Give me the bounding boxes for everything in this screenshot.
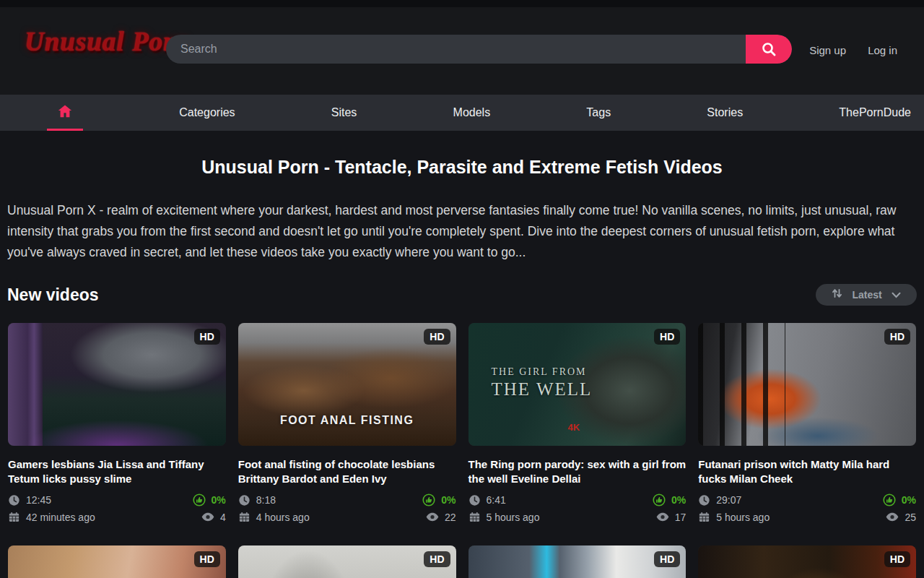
video-duration: 6:41 bbox=[468, 494, 506, 506]
video-thumbnail[interactable]: HD bbox=[238, 545, 456, 578]
eye-icon bbox=[886, 512, 899, 522]
hd-badge: HD bbox=[194, 551, 220, 567]
clock-icon bbox=[468, 494, 481, 506]
video-thumbnail[interactable]: HD bbox=[8, 545, 226, 578]
sort-label: Latest bbox=[852, 289, 881, 301]
video-card[interactable]: HD Futanari prison witch Matty Mila hard… bbox=[698, 323, 916, 523]
video-age: 5 hours ago bbox=[698, 511, 770, 523]
thumbs-up-icon bbox=[193, 493, 206, 506]
video-views: 22 bbox=[426, 512, 456, 523]
video-card[interactable]: THE GIRL FROM THE WELL 4K HD The Ring po… bbox=[468, 323, 687, 523]
video-duration: 29:07 bbox=[698, 494, 741, 506]
video-thumbnail[interactable]: HD bbox=[468, 545, 687, 578]
video-thumbnail[interactable]: HD bbox=[698, 545, 916, 578]
nav-item-stories[interactable]: Stories bbox=[707, 106, 743, 119]
calendar-icon bbox=[698, 511, 710, 523]
video-duration: 8:18 bbox=[238, 494, 276, 506]
signup-link[interactable]: Sign up bbox=[809, 44, 846, 56]
thumbnail-image bbox=[698, 323, 916, 446]
section-title: New videos bbox=[7, 285, 99, 305]
hd-badge: HD bbox=[424, 329, 450, 345]
video-rating: 0% bbox=[653, 493, 686, 506]
thumbs-up-icon bbox=[883, 493, 896, 506]
video-title[interactable]: Gamers lesbians Jia Lissa and Tiffany Te… bbox=[8, 457, 226, 486]
nav-item-models[interactable]: Models bbox=[453, 106, 491, 119]
thumbnail-image bbox=[468, 545, 687, 578]
video-card[interactable]: HD bbox=[468, 545, 687, 578]
thumbs-up-icon bbox=[653, 493, 666, 506]
video-card[interactable]: HD Gamers lesbians Jia Lissa and Tiffany… bbox=[8, 323, 226, 523]
video-rating: 0% bbox=[883, 493, 916, 506]
thumbnail-4k-label: 4K bbox=[568, 422, 580, 433]
eye-icon bbox=[656, 512, 669, 522]
video-rating: 0% bbox=[422, 493, 456, 506]
video-views: 17 bbox=[656, 512, 687, 523]
nav-item-categories[interactable]: Categories bbox=[179, 106, 235, 119]
video-age: 42 minutes ago bbox=[8, 511, 95, 523]
nav-item-tags[interactable]: Tags bbox=[586, 106, 611, 119]
video-thumbnail[interactable]: THE GIRL FROM THE WELL 4K HD bbox=[468, 323, 687, 446]
eye-icon bbox=[201, 512, 214, 522]
thumbnail-image bbox=[8, 323, 226, 446]
site-logo[interactable]: Unusual Porn bbox=[25, 26, 190, 57]
video-title[interactable]: Futanari prison witch Matty Mila hard fu… bbox=[698, 457, 916, 486]
nav-home[interactable] bbox=[47, 95, 83, 131]
hd-badge: HD bbox=[884, 329, 910, 345]
video-thumbnail[interactable]: FOOT ANAL FISTING HD bbox=[238, 323, 456, 446]
video-card[interactable]: HD bbox=[8, 545, 226, 578]
video-views: 25 bbox=[886, 512, 916, 523]
login-link[interactable]: Log in bbox=[868, 44, 897, 56]
thumbnail-caption: FOOT ANAL FISTING bbox=[238, 414, 456, 427]
video-thumbnail[interactable]: HD bbox=[698, 323, 916, 446]
video-card[interactable]: HD bbox=[238, 545, 456, 578]
sort-icon bbox=[832, 288, 842, 302]
eye-icon bbox=[426, 512, 439, 522]
search-bar bbox=[166, 35, 792, 64]
hd-badge: HD bbox=[884, 551, 910, 567]
video-title[interactable]: The Ring porn parody: sex with a girl fr… bbox=[468, 457, 687, 486]
video-age: 5 hours ago bbox=[468, 511, 540, 523]
calendar-icon bbox=[468, 511, 481, 523]
clock-icon bbox=[8, 494, 20, 506]
nav-item-sites[interactable]: Sites bbox=[331, 106, 357, 119]
home-icon bbox=[57, 103, 73, 122]
site-header: Unusual Porn Sign up Log in bbox=[0, 0, 924, 95]
page-description: Unusual Porn X - realm of excitement whe… bbox=[7, 200, 917, 263]
thumbnail-image bbox=[238, 545, 456, 578]
thumbs-up-icon bbox=[422, 493, 435, 506]
clock-icon bbox=[238, 494, 250, 506]
thumbnail-image bbox=[238, 323, 456, 446]
video-age: 4 hours ago bbox=[238, 511, 310, 523]
hd-badge: HD bbox=[194, 329, 220, 345]
thumbnail-caption: THE GIRL FROM THE WELL bbox=[492, 366, 593, 400]
new-videos-header: New videos Latest bbox=[7, 284, 917, 306]
video-thumbnail[interactable]: HD bbox=[8, 323, 226, 446]
hd-badge: HD bbox=[654, 329, 680, 345]
video-card[interactable]: HD bbox=[698, 545, 916, 578]
video-title[interactable]: Foot anal fisting of chocolate lesbians … bbox=[238, 457, 456, 486]
calendar-icon bbox=[238, 511, 250, 523]
video-duration: 12:45 bbox=[8, 494, 51, 506]
search-icon bbox=[761, 41, 777, 57]
page-title: Unusual Porn - Tentacle, Parasite and Ex… bbox=[0, 157, 924, 178]
hd-badge: HD bbox=[424, 551, 450, 567]
sort-dropdown[interactable]: Latest bbox=[816, 284, 917, 306]
video-card[interactable]: FOOT ANAL FISTING HD Foot anal fisting o… bbox=[238, 323, 456, 523]
nav-item-theporndude[interactable]: ThePornDude bbox=[839, 106, 911, 119]
hd-badge: HD bbox=[654, 551, 680, 567]
clock-icon bbox=[698, 494, 710, 506]
chevron-down-icon bbox=[892, 288, 901, 301]
video-views: 4 bbox=[201, 512, 226, 523]
video-rating: 0% bbox=[193, 493, 226, 506]
calendar-icon bbox=[8, 511, 20, 523]
search-button[interactable] bbox=[746, 35, 792, 64]
thumbnail-image bbox=[698, 545, 916, 578]
video-grid: HD Gamers lesbians Jia Lissa and Tiffany… bbox=[8, 323, 916, 578]
search-input[interactable] bbox=[166, 35, 746, 64]
thumbnail-image bbox=[8, 545, 226, 578]
main-nav: Categories Sites Models Tags Stories The… bbox=[0, 95, 924, 131]
